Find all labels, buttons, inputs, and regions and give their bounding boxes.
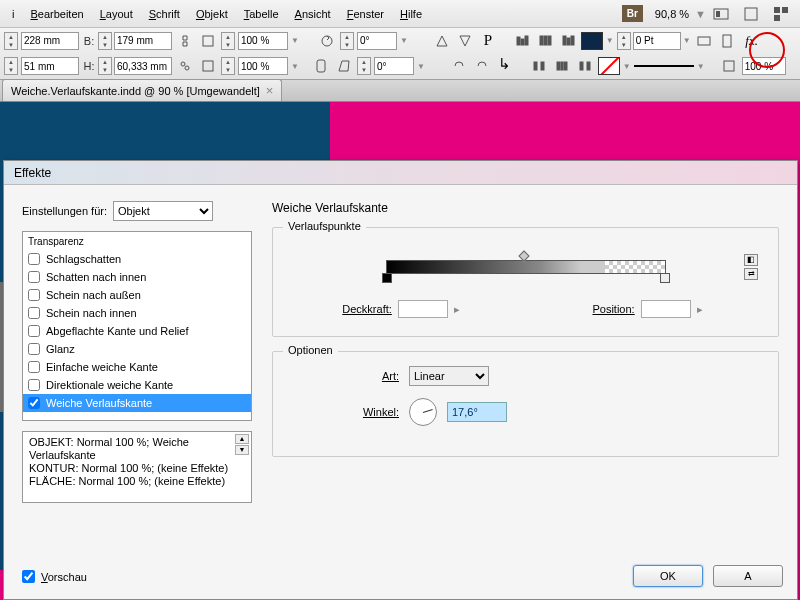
summary-scroll[interactable]: ▲▼ bbox=[235, 434, 249, 455]
panel-title: Weiche Verlaufskante bbox=[272, 201, 779, 215]
menu-edit[interactable]: Bearbeiten bbox=[22, 4, 91, 24]
h-stepper[interactable]: ▲▼ bbox=[98, 57, 112, 75]
shear-icon[interactable] bbox=[334, 57, 354, 75]
preview-icon[interactable] bbox=[694, 32, 714, 50]
effect-gradientfeather[interactable]: Weiche Verlaufskante bbox=[23, 394, 251, 412]
ok-button[interactable]: OK bbox=[633, 565, 703, 587]
stroke-weight-field[interactable] bbox=[633, 32, 681, 50]
scalex-field[interactable] bbox=[238, 32, 288, 50]
effect-basicfeather[interactable]: Einfache weiche Kante bbox=[23, 358, 251, 376]
effect-dropshadow[interactable]: Schlagschatten bbox=[23, 250, 251, 268]
align-2-icon[interactable] bbox=[535, 32, 555, 50]
scale-icon[interactable] bbox=[198, 32, 218, 50]
y-field[interactable] bbox=[21, 57, 79, 75]
gradient-ramp[interactable] bbox=[386, 260, 666, 274]
clip-icon[interactable] bbox=[311, 57, 331, 75]
opacity-field[interactable] bbox=[742, 57, 786, 75]
menu-view[interactable]: Ansicht bbox=[287, 4, 339, 24]
constrain-icon[interactable] bbox=[175, 32, 195, 50]
width-field[interactable] bbox=[114, 32, 172, 50]
effect-transparency[interactable]: Transparenz bbox=[23, 232, 251, 250]
flip-h-icon[interactable] bbox=[432, 32, 452, 50]
svg-rect-13 bbox=[548, 36, 551, 45]
p-icon[interactable]: P bbox=[478, 32, 498, 50]
svg-rect-15 bbox=[567, 38, 570, 45]
type-select[interactable]: Linear bbox=[409, 366, 489, 386]
rotate-icon[interactable] bbox=[317, 32, 337, 50]
link-icon[interactable] bbox=[175, 57, 195, 75]
scaley-field[interactable] bbox=[238, 57, 288, 75]
close-icon[interactable]: × bbox=[266, 83, 274, 98]
view-options-icon[interactable] bbox=[708, 4, 734, 24]
svg-rect-8 bbox=[517, 37, 520, 45]
effect-innerglow[interactable]: Schein nach innen bbox=[23, 304, 251, 322]
angle-dial[interactable] bbox=[409, 398, 437, 426]
type-label: Art: bbox=[349, 370, 399, 382]
menu-item[interactable]: i bbox=[4, 4, 22, 24]
p-icon-2[interactable]: ↳ bbox=[495, 55, 515, 73]
rotate-stepper[interactable]: ▲▼ bbox=[340, 32, 354, 50]
stroke-style[interactable] bbox=[634, 65, 694, 67]
zoom-level[interactable]: 90,8 % bbox=[655, 8, 689, 20]
scaley-stepper[interactable]: ▲▼ bbox=[221, 57, 235, 75]
midpoint-handle[interactable] bbox=[518, 250, 529, 261]
gradient-tools[interactable]: ◧⇄ bbox=[744, 254, 758, 280]
x-stepper[interactable]: ▲▼ bbox=[4, 32, 18, 50]
menubar: i Bearbeiten Layout Schrift Objekt Tabel… bbox=[0, 0, 800, 28]
effect-satin[interactable]: Glanz bbox=[23, 340, 251, 358]
menu-type[interactable]: Schrift bbox=[141, 4, 188, 24]
settings-label: Einstellungen für: bbox=[22, 205, 107, 217]
menu-help[interactable]: Hilfe bbox=[392, 4, 430, 24]
svg-rect-27 bbox=[564, 62, 567, 70]
rot-ccw-icon[interactable] bbox=[472, 57, 492, 75]
screen-mode-icon[interactable] bbox=[738, 4, 764, 24]
effects-dialog: Effekte Einstellungen für: Objekt Transp… bbox=[3, 160, 798, 600]
menu-object[interactable]: Objekt bbox=[188, 4, 236, 24]
y-stepper[interactable]: ▲▼ bbox=[4, 57, 18, 75]
menu-table[interactable]: Tabelle bbox=[236, 4, 287, 24]
scalex-stepper[interactable]: ▲▼ bbox=[221, 32, 235, 50]
menu-window[interactable]: Fenster bbox=[339, 4, 392, 24]
fill-swatch[interactable] bbox=[581, 32, 603, 50]
x-field[interactable] bbox=[21, 32, 79, 50]
svg-rect-28 bbox=[580, 62, 583, 70]
flip-v-icon[interactable] bbox=[455, 32, 475, 50]
distribute-1-icon[interactable] bbox=[529, 57, 549, 75]
shear-stepper[interactable]: ▲▼ bbox=[357, 57, 371, 75]
settings-target-select[interactable]: Objekt bbox=[113, 201, 213, 221]
arrange-icon[interactable] bbox=[768, 4, 794, 24]
opacity-icon[interactable] bbox=[719, 57, 739, 75]
effect-directionalfeather[interactable]: Direktionale weiche Kante bbox=[23, 376, 251, 394]
distribute-3-icon[interactable] bbox=[575, 57, 595, 75]
svg-rect-1 bbox=[716, 11, 720, 17]
doc-icon[interactable] bbox=[717, 32, 737, 50]
angle-field[interactable] bbox=[447, 402, 507, 422]
dialog-titlebar[interactable]: Effekte bbox=[4, 161, 797, 185]
stroke-stepper[interactable]: ▲▼ bbox=[617, 32, 631, 50]
preview-checkbox[interactable] bbox=[22, 570, 35, 583]
rot-cw-icon[interactable] bbox=[449, 57, 469, 75]
stop-opacity-field[interactable] bbox=[398, 300, 448, 318]
bridge-badge[interactable]: Br bbox=[622, 5, 643, 22]
document-tab[interactable]: Weiche.Verlaufskante.indd @ 90 % [Umgewa… bbox=[2, 79, 282, 101]
cancel-button[interactable]: A bbox=[713, 565, 783, 587]
stroke-swatch[interactable] bbox=[598, 57, 620, 75]
fx-button[interactable]: fx. bbox=[740, 32, 764, 50]
stop-position-field[interactable] bbox=[641, 300, 691, 318]
stop-left[interactable] bbox=[382, 273, 392, 283]
distribute-2-icon[interactable] bbox=[552, 57, 572, 75]
svg-rect-29 bbox=[587, 62, 590, 70]
align-3-icon[interactable] bbox=[558, 32, 578, 50]
height-field[interactable] bbox=[114, 57, 172, 75]
shear-field[interactable] bbox=[374, 57, 414, 75]
svg-point-19 bbox=[181, 62, 185, 66]
stop-right[interactable] bbox=[660, 273, 670, 283]
effect-outerglow[interactable]: Schein nach außen bbox=[23, 286, 251, 304]
effect-innershadow[interactable]: Schatten nach innen bbox=[23, 268, 251, 286]
menu-layout[interactable]: Layout bbox=[92, 4, 141, 24]
w-stepper[interactable]: ▲▼ bbox=[98, 32, 112, 50]
scale-y-icon[interactable] bbox=[198, 57, 218, 75]
rotate-field[interactable] bbox=[357, 32, 397, 50]
align-1-icon[interactable] bbox=[512, 32, 532, 50]
effect-bevel[interactable]: Abgeflachte Kante und Relief bbox=[23, 322, 251, 340]
